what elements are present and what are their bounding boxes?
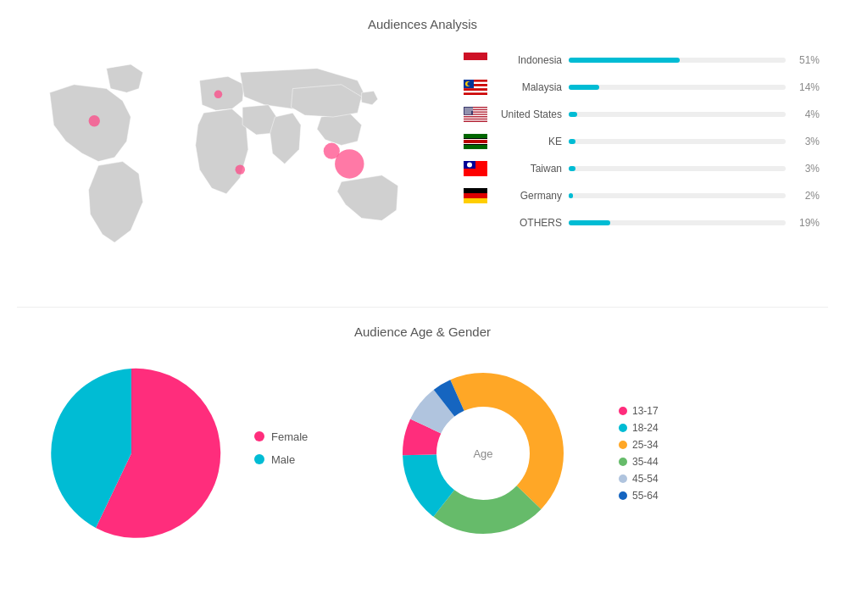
gender-pie-chart [38,360,225,547]
country-name-others: OTHERS [494,217,562,229]
svg-rect-49 [464,198,487,203]
dot-35-44 [619,458,627,466]
svg-rect-0 [464,53,487,60]
bar-track-germany [569,193,786,198]
malaysia-bubble [324,143,340,159]
pct-others: 19% [792,217,820,229]
ke-bubble [236,164,245,174]
flag-ke [464,134,487,149]
svg-rect-19 [464,119,487,119]
svg-point-23 [466,108,468,109]
svg-point-46 [467,163,472,168]
label-55-64: 55-64 [632,490,659,502]
svg-rect-20 [464,121,487,122]
country-name-indonesia: Indonesia [494,54,562,66]
usa-bubble [89,115,100,126]
pct-ke: 3% [792,136,820,147]
flag-usa [464,107,487,122]
age-gender-title: Audience Age & Gender [25,325,820,339]
svg-rect-47 [464,188,487,193]
bar-row-malaysia: Malaysia 14% [464,80,820,95]
pct-taiwan: 3% [792,163,820,175]
svg-point-37 [466,113,468,114]
audiences-content: Indonesia 51% [25,44,820,290]
svg-rect-18 [464,116,487,117]
country-name-taiwan: Taiwan [494,163,562,175]
bar-track-others [569,220,786,225]
legend-18-24: 18-24 [619,422,820,434]
svg-point-30 [470,109,471,111]
donut-center-text: Age [473,447,492,460]
svg-point-36 [464,113,466,114]
germany-bubble [214,90,223,98]
pct-usa: 4% [792,108,820,120]
age-gender-section: Audience Age & Gender Female Male [0,308,845,563]
legend-25-34: 25-34 [619,439,820,451]
svg-point-38 [468,113,470,114]
bar-row-others: OTHERS 19% [464,215,820,230]
bar-fill-usa [569,112,577,117]
bar-fill-germany [569,193,573,198]
gender-pie-container [25,360,237,547]
bar-track-indonesia [569,58,786,63]
svg-point-12 [467,82,470,86]
male-label: Male [271,453,295,466]
svg-point-29 [468,109,470,111]
label-35-44: 35-44 [632,456,659,468]
legend-female: Female [254,430,356,443]
bar-fill-others [569,220,610,225]
country-name-ke: KE [494,136,562,147]
legend-35-44: 35-44 [619,456,820,468]
label-13-17: 13-17 [632,405,659,417]
bar-track-taiwan [569,166,786,171]
dot-25-34 [619,441,627,449]
svg-point-34 [468,111,470,113]
male-dot [254,454,264,464]
svg-rect-7 [464,88,487,91]
dot-45-54 [619,474,627,483]
flag-taiwan [464,161,487,176]
flag-malaysia [464,80,487,95]
flag-indonesia [464,53,487,68]
svg-point-39 [470,113,471,114]
label-25-34: 25-34 [632,439,659,451]
bar-fill-ke [569,139,575,144]
svg-point-31 [471,109,473,111]
flag-others [464,215,487,230]
legend-45-54: 45-54 [619,473,820,485]
svg-point-32 [464,111,466,113]
svg-point-26 [471,108,473,109]
svg-point-27 [464,109,466,111]
bar-fill-indonesia [569,58,680,63]
age-legend: 13-17 18-24 25-34 35-44 45-54 55-64 [610,405,820,502]
svg-point-28 [466,109,468,111]
legend-male: Male [254,453,356,466]
audiences-title: Audiences Analysis [25,17,820,31]
bar-row-taiwan: Taiwan 3% [464,161,820,176]
svg-rect-43 [464,140,487,143]
bar-track-ke [569,139,786,144]
label-45-54: 45-54 [632,473,659,485]
bar-row-indonesia: Indonesia 51% [464,53,820,68]
dot-55-64 [619,491,627,500]
bar-row-usa: United States 4% [464,107,820,122]
audiences-analysis-section: Audiences Analysis [0,0,845,307]
svg-point-24 [468,108,470,109]
label-18-24: 18-24 [632,422,659,434]
world-map [25,44,447,290]
bar-track-malaysia [569,85,786,90]
country-name-malaysia: Malaysia [494,81,562,93]
bar-fill-taiwan [569,166,575,171]
bar-row-germany: Germany 2% [464,188,820,203]
bar-fill-malaysia [569,85,599,90]
svg-rect-8 [464,91,487,93]
pct-indonesia: 51% [792,54,820,66]
pct-malaysia: 14% [792,81,820,93]
country-name-germany: Germany [494,190,562,202]
gender-legend: Female Male [254,430,356,476]
bar-track-usa [569,112,786,117]
svg-point-33 [466,111,468,113]
female-dot [254,431,264,441]
country-name-usa: United States [494,108,562,120]
age-donut-container: Age [373,360,593,547]
